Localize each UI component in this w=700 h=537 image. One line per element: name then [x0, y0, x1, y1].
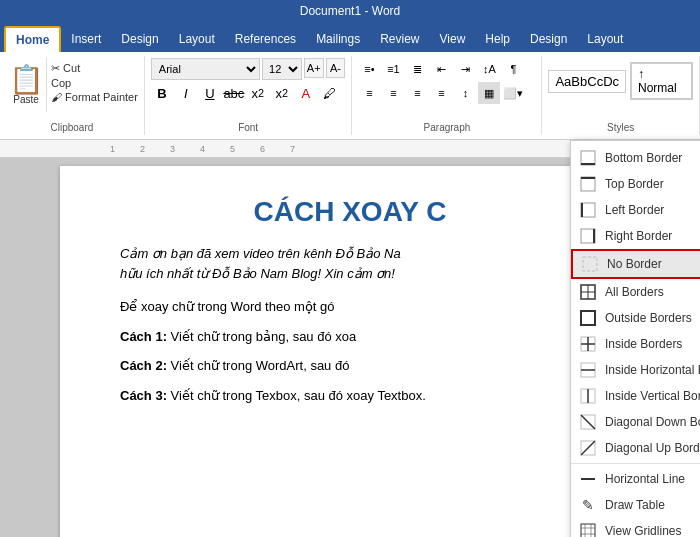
svg-rect-6: [581, 229, 595, 243]
line-spacing-button[interactable]: ↕: [454, 82, 476, 104]
top-border-icon: [579, 175, 597, 193]
tab-layout[interactable]: Layout: [169, 26, 225, 52]
paste-label: Paste: [13, 94, 39, 105]
dropdown-divider1: [571, 463, 700, 464]
view-gridlines-icon: [579, 522, 597, 537]
numbering-button[interactable]: ≡1: [382, 58, 404, 80]
align-left-button[interactable]: ≡: [358, 82, 380, 104]
superscript-button[interactable]: x2: [271, 82, 293, 104]
clipboard-label: Clipboard: [0, 122, 144, 133]
dropdown-horizontal-line[interactable]: Horizontal Line: [571, 466, 700, 492]
document-section4: Cách 3: Viết chữ trong Texbox, sau đó xo…: [120, 386, 580, 406]
svg-rect-2: [581, 177, 595, 191]
decrease-indent-button[interactable]: ⇤: [430, 58, 452, 80]
underline-button[interactable]: U: [199, 82, 221, 104]
multilevel-button[interactable]: ≣: [406, 58, 428, 80]
show-marks-button[interactable]: ¶: [502, 58, 524, 80]
font-family-select[interactable]: Arial: [151, 58, 260, 80]
document-title: CÁCH XOAY C: [120, 196, 580, 228]
styles-group: AaBbCcDc ↑ Normal Styles: [542, 56, 700, 135]
svg-rect-25: [581, 524, 595, 537]
dropdown-diagonal-up[interactable]: Diagonal Up Border...: [571, 435, 700, 461]
tab-view[interactable]: View: [430, 26, 476, 52]
document-page: CÁCH XOAY C Cảm ơn bạn đã xem video trên…: [60, 166, 640, 537]
dropdown-no-border[interactable]: No Border: [571, 249, 700, 279]
dropdown-draw-table[interactable]: ✎ Draw Table: [571, 492, 700, 518]
styles-normal[interactable]: ↑ Normal: [630, 62, 693, 100]
font-color-button[interactable]: A: [295, 82, 317, 104]
paragraph-label: Paragraph: [352, 122, 541, 133]
dropdown-left-border[interactable]: Left Border: [571, 197, 700, 223]
shading-button[interactable]: ▦: [478, 82, 500, 104]
dropdown-right-border[interactable]: Right Border: [571, 223, 700, 249]
tab-design[interactable]: Design: [111, 26, 168, 52]
font-size-increase[interactable]: A+: [304, 58, 324, 78]
align-center-button[interactable]: ≡: [382, 82, 404, 104]
diagonal-up-icon: [579, 439, 597, 457]
font-label: Font: [145, 122, 352, 133]
dropdown-inside-vertical[interactable]: Inside Vertical Bord...: [571, 383, 700, 409]
bottom-border-icon: [579, 149, 597, 167]
horizontal-line-icon: [579, 470, 597, 488]
bullets-button[interactable]: ≡•: [358, 58, 380, 80]
tab-layout2[interactable]: Layout: [577, 26, 633, 52]
highlight-button[interactable]: 🖊: [319, 82, 341, 104]
copy-button[interactable]: Cop: [51, 77, 138, 89]
paragraph-group: ≡• ≡1 ≣ ⇤ ⇥ ↕A ¶ ≡ ≡ ≡ ≡ ↕ ▦ ⬜▾ Paragrap…: [352, 56, 542, 135]
justify-button[interactable]: ≡: [430, 82, 452, 104]
dropdown-outside-borders[interactable]: Outside Borders: [571, 305, 700, 331]
bold-button[interactable]: B: [151, 82, 173, 104]
tab-references[interactable]: References: [225, 26, 306, 52]
tab-mailings[interactable]: Mailings: [306, 26, 370, 52]
no-border-icon: [581, 255, 599, 273]
font-size-select[interactable]: 12: [262, 58, 302, 80]
svg-rect-8: [583, 257, 597, 271]
ribbon-body: 📋 Paste ✂ Cut Cop 🖌 Format Painter Clipb…: [0, 52, 700, 140]
align-right-button[interactable]: ≡: [406, 82, 428, 104]
svg-rect-4: [581, 203, 595, 217]
tab-help[interactable]: Help: [475, 26, 520, 52]
dropdown-all-borders[interactable]: All Borders: [571, 279, 700, 305]
title-text: Document1 - Word: [300, 4, 400, 18]
diagonal-down-icon: [579, 413, 597, 431]
draw-table-icon: ✎: [579, 496, 597, 514]
subscript-button[interactable]: x2: [247, 82, 269, 104]
border-button[interactable]: ⬜▾: [502, 82, 524, 104]
paste-button[interactable]: 📋 Paste: [6, 58, 47, 112]
svg-rect-0: [581, 151, 595, 165]
clipboard-group: 📋 Paste ✂ Cut Cop 🖌 Format Painter Clipb…: [0, 56, 145, 135]
document-section2: Cách 1: Viết chữ trong bảng, sau đó xoa: [120, 327, 580, 347]
styles-label: Styles: [542, 122, 699, 133]
tab-design2[interactable]: Design: [520, 26, 577, 52]
dropdown-diagonal-down[interactable]: Diagonal Down Bo...: [571, 409, 700, 435]
inside-borders-icon: [579, 335, 597, 353]
strikethrough-button[interactable]: abc: [223, 82, 245, 104]
document-paragraph1: Cảm ơn bạn đã xem video trên kênh Đỗ Bảo…: [120, 244, 580, 283]
dropdown-top-border[interactable]: Top Border: [571, 171, 700, 197]
tab-review[interactable]: Review: [370, 26, 429, 52]
cut-button[interactable]: ✂ Cut: [51, 62, 138, 75]
increase-indent-button[interactable]: ⇥: [454, 58, 476, 80]
svg-line-23: [581, 441, 595, 455]
format-painter-button[interactable]: 🖌 Format Painter: [51, 91, 138, 103]
tab-home[interactable]: Home: [4, 26, 61, 52]
title-bar: Document1 - Word: [0, 0, 700, 22]
border-dropdown: Bottom Border Top Border Left Border Rig…: [570, 140, 700, 537]
font-size-decrease[interactable]: A-: [326, 58, 346, 78]
right-border-icon: [579, 227, 597, 245]
document-section3: Cách 2: Viết chữ trong WordArt, sau đó: [120, 356, 580, 376]
font-group: Arial 12 A+ A- B I U abc x2 x2 A 🖊 Font: [145, 56, 353, 135]
svg-line-21: [581, 415, 595, 429]
inside-horizontal-icon: [579, 361, 597, 379]
italic-button[interactable]: I: [175, 82, 197, 104]
tab-insert[interactable]: Insert: [61, 26, 111, 52]
sort-button[interactable]: ↕A: [478, 58, 500, 80]
inside-vertical-icon: [579, 387, 597, 405]
svg-rect-12: [581, 311, 595, 325]
dropdown-inside-borders[interactable]: Inside Borders: [571, 331, 700, 357]
styles-aabbcc[interactable]: AaBbCcDc: [548, 70, 626, 93]
left-border-icon: [579, 201, 597, 219]
dropdown-inside-horizontal[interactable]: Inside Horizontal B...: [571, 357, 700, 383]
dropdown-bottom-border[interactable]: Bottom Border: [571, 145, 700, 171]
dropdown-view-gridlines[interactable]: View Gridlines: [571, 518, 700, 537]
